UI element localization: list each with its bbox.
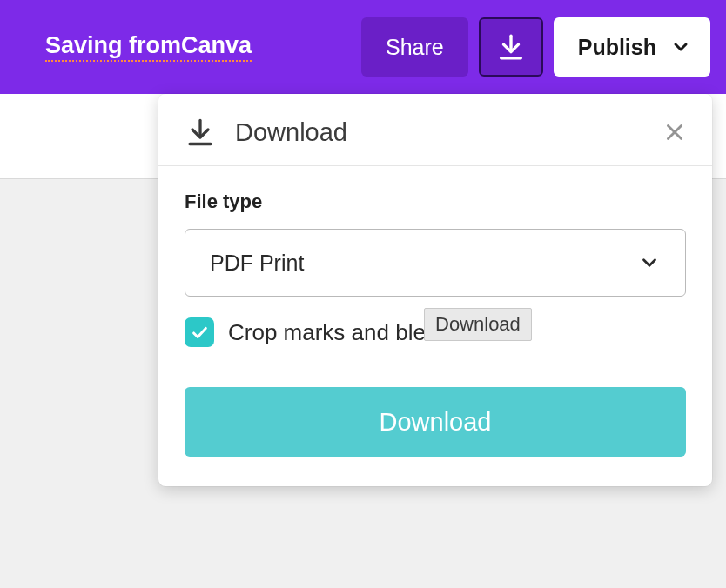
- popover-header: Download: [158, 94, 712, 166]
- download-toolbar-button[interactable]: [479, 17, 543, 77]
- document-title[interactable]: Saving fromCanva: [45, 32, 252, 62]
- file-type-value: PDF Print: [210, 251, 304, 276]
- publish-label: Publish: [578, 35, 656, 60]
- download-icon: [185, 117, 216, 148]
- crop-marks-label: Crop marks and bleed: [228, 319, 451, 346]
- publish-button[interactable]: Publish: [554, 17, 710, 77]
- check-icon: [190, 323, 209, 342]
- file-type-select[interactable]: PDF Print: [185, 229, 686, 297]
- download-tooltip: Download: [424, 308, 532, 341]
- crop-marks-checkbox[interactable]: [185, 317, 214, 347]
- chevron-down-icon: [638, 251, 661, 274]
- download-icon: [496, 32, 526, 62]
- share-button[interactable]: Share: [361, 17, 468, 77]
- download-button[interactable]: Download: [185, 387, 686, 457]
- close-icon[interactable]: [663, 121, 686, 144]
- top-toolbar: Saving fromCanva Share Publish: [0, 0, 726, 94]
- file-type-label: File type: [185, 190, 686, 213]
- popover-title: Download: [235, 118, 347, 147]
- chevron-down-icon: [670, 37, 691, 57]
- download-popover: Download File type PDF Print Crop marks …: [158, 94, 712, 486]
